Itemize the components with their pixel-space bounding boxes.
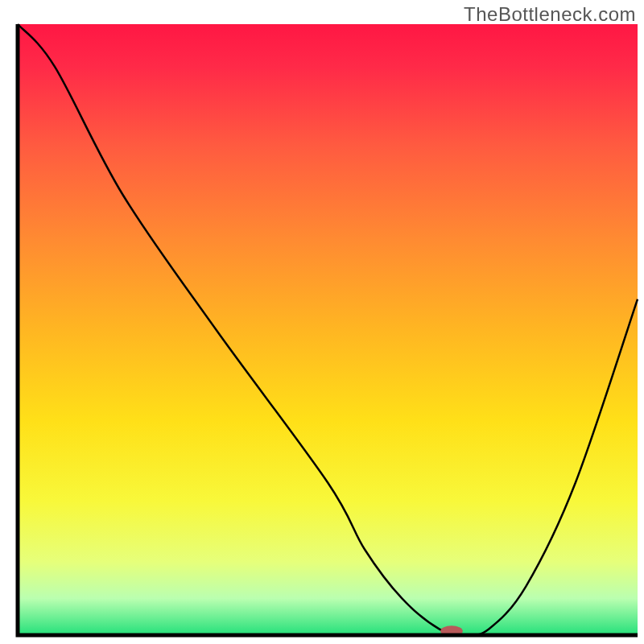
plot-background bbox=[18, 24, 638, 635]
chart-container: TheBottleneck.com bbox=[0, 0, 644, 644]
chart-svg bbox=[0, 0, 644, 644]
